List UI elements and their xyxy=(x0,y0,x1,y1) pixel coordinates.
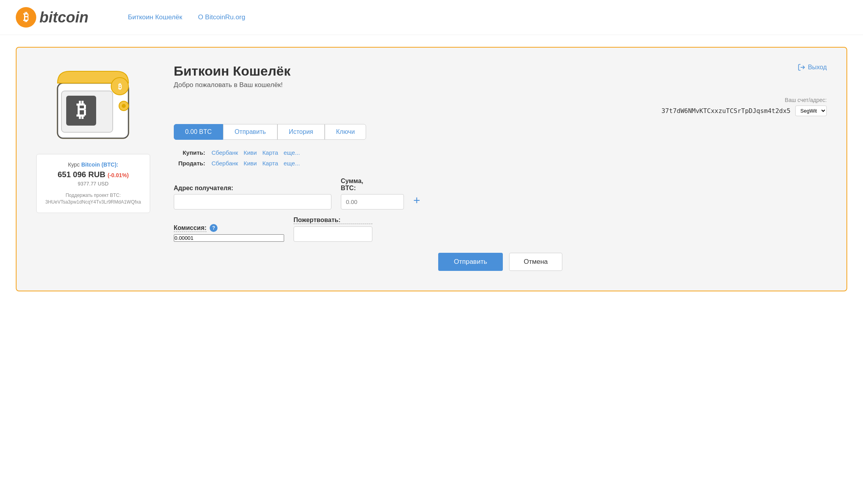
commission-help-icon[interactable]: ? xyxy=(210,224,218,232)
sell-sberbank[interactable]: Сбербанк xyxy=(212,160,238,167)
wallet-header: Биткоин Кошелёк Добро пожаловать в Ваш к… xyxy=(174,63,291,97)
buy-row: Купить: Сбербанк Киви Карта еще... xyxy=(174,149,827,156)
tab-balance[interactable]: 0.00 BTC xyxy=(174,124,223,140)
send-button[interactable]: Отправить xyxy=(438,253,503,271)
rate-change: (-0.01%) xyxy=(108,172,129,178)
buy-more[interactable]: еще... xyxy=(284,149,300,156)
address-row: 37t7dW6NMvKTCxxzuTCSrTpDJqsm4t2dx5 SegWi… xyxy=(174,106,827,116)
wallet-subtitle: Добро пожаловать в Ваш кошелёк! xyxy=(174,81,291,89)
donate-group: Пожертвовать: xyxy=(294,217,372,242)
main-nav: Биткоин Кошелёк О BitcoinRu.org xyxy=(128,13,246,21)
send-form: Адрес получателя: Сумма,BTC: + Комиссия:… xyxy=(174,178,827,271)
recipient-amount-row: Адрес получателя: Сумма,BTC: + xyxy=(174,178,827,209)
right-panel: Биткоин Кошелёк Добро пожаловать в Ваш к… xyxy=(174,63,827,271)
amount-label: Сумма,BTC: xyxy=(341,178,404,192)
logout-button[interactable]: Выход xyxy=(798,63,827,71)
header: ₿ bitcoin Биткоин Кошелёк О BitcoinRu.or… xyxy=(0,0,863,35)
commission-input[interactable] xyxy=(174,234,284,242)
sell-card[interactable]: Карта xyxy=(262,160,278,167)
sell-kiwi[interactable]: Киви xyxy=(244,160,257,167)
action-row: Отправить Отмена xyxy=(174,253,827,271)
amount-input[interactable] xyxy=(341,194,404,209)
buy-sberbank[interactable]: Сбербанк xyxy=(212,149,238,156)
logout-icon xyxy=(798,63,805,71)
nav-wallet[interactable]: Биткоин Кошелёк xyxy=(128,13,182,21)
sell-label: Продать: xyxy=(174,160,205,167)
rate-btc-label: Bitcoin (BTC): xyxy=(81,161,118,168)
logout-label: Выход xyxy=(808,64,827,71)
buy-kiwi[interactable]: Киви xyxy=(244,149,257,156)
tab-row: 0.00 BTC Отправить История Ключи xyxy=(174,124,827,140)
sell-more[interactable]: еще... xyxy=(284,160,300,167)
bitcoin-logo-icon: ₿ xyxy=(16,7,36,28)
support-text: Поддержать проект BTC:3HUeVTsa3pw1dNcqY4… xyxy=(45,192,141,206)
svg-text:₿: ₿ xyxy=(118,83,122,91)
recipient-group: Адрес получателя: xyxy=(174,185,331,209)
tab-send[interactable]: Отправить xyxy=(223,124,277,140)
tab-keys[interactable]: Ключи xyxy=(325,124,366,140)
buy-card[interactable]: Карта xyxy=(262,149,278,156)
wallet-address: 37t7dW6NMvKTCxxzuTCSrTpDJqsm4t2dx5 xyxy=(661,107,790,115)
main-container: ₿ ₿ Курс Bitcoin (BTC): 651 096 RUB (-0.… xyxy=(16,47,847,291)
buy-label: Купить: xyxy=(174,149,205,156)
top-bar: Биткоин Кошелёк Добро пожаловать в Ваш к… xyxy=(174,63,827,97)
rate-rub: 651 096 RUB (-0.01%) xyxy=(45,170,141,179)
rate-usd: 9377.77 USD xyxy=(45,181,141,187)
sell-row: Продать: Сбербанк Киви Карта еще... xyxy=(174,160,827,167)
address-label: Ваш счет/адрес: xyxy=(174,97,827,103)
add-recipient-button[interactable]: + xyxy=(413,195,420,209)
recipient-input[interactable] xyxy=(174,194,331,209)
segwit-select[interactable]: SegWit xyxy=(795,106,827,116)
wallet-illustration: ₿ ₿ xyxy=(50,63,136,142)
tab-history[interactable]: История xyxy=(277,124,325,140)
donate-label: Пожертвовать: xyxy=(294,217,372,224)
svg-point-8 xyxy=(122,104,126,108)
rate-box: Курс Bitcoin (BTC): 651 096 RUB (-0.01%)… xyxy=(36,154,150,213)
sell-links: Сбербанк Киви Карта еще... xyxy=(212,160,300,167)
logo-text: bitcoin xyxy=(39,9,89,26)
commission-label-row: Комиссия: ? xyxy=(174,224,284,232)
nav-about[interactable]: О BitcoinRu.org xyxy=(198,13,245,21)
commission-label: Комиссия: xyxy=(174,224,206,232)
amount-group: Сумма,BTC: xyxy=(341,178,404,209)
buy-sell-section: Купить: Сбербанк Киви Карта еще... Прода… xyxy=(174,149,827,167)
wallet-title: Биткоин Кошелёк xyxy=(174,63,291,79)
cancel-button[interactable]: Отмена xyxy=(509,253,562,271)
svg-text:₿: ₿ xyxy=(76,99,86,121)
commission-row: Комиссия: ? Пожертвовать: xyxy=(174,217,827,242)
svg-text:₿: ₿ xyxy=(23,11,29,23)
commission-group: Комиссия: ? xyxy=(174,224,284,242)
buy-links: Сбербанк Киви Карта еще... xyxy=(212,149,300,156)
recipient-label: Адрес получателя: xyxy=(174,185,331,192)
left-panel: ₿ ₿ Курс Bitcoin (BTC): 651 096 RUB (-0.… xyxy=(36,63,150,213)
logo-area: ₿ bitcoin xyxy=(16,7,89,28)
rate-label: Курс Bitcoin (BTC): xyxy=(45,161,141,168)
donate-input[interactable] xyxy=(294,226,372,242)
